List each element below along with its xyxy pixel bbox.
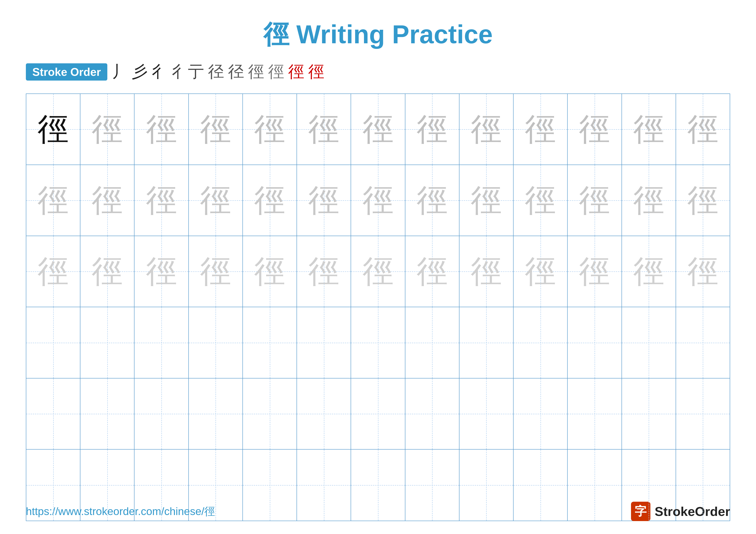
grid-cell-1-5: 徑 [297,165,351,236]
grid-cell-3-11 [622,307,676,378]
stroke-3: 彳 [152,61,168,83]
grid-cell-2-7: 徑 [405,236,459,307]
grid-cell-1-0: 徑 [26,165,80,236]
grid-cell-2-12: 徑 [676,236,730,307]
grid-cell-4-12 [676,378,730,449]
grid-cell-4-3 [189,378,243,449]
grid-cell-2-1: 徑 [80,236,134,307]
stroke-8: 徑 [268,61,284,83]
grid-cell-2-6: 徑 [351,236,405,307]
stroke-5: 径 [208,61,224,83]
grid-cell-0-12: 徑 [676,94,730,165]
grid-row-4 [26,378,730,449]
practice-grid: 徑徑徑徑徑徑徑徑徑徑徑徑徑徑徑徑徑徑徑徑徑徑徑徑徑徑徑徑徑徑徑徑徑徑徑徑徑徑徑 [26,93,730,521]
grid-row-2: 徑徑徑徑徑徑徑徑徑徑徑徑徑 [26,236,730,307]
grid-cell-3-0 [26,307,80,378]
grid-cell-4-2 [134,378,189,449]
stroke-6: 径 [228,61,244,83]
grid-row-3 [26,307,730,378]
page-container: 徑 Writing Practice Stroke Order 丿 彡 彳 彳亍… [0,0,756,534]
grid-cell-0-1: 徑 [80,94,134,165]
grid-cell-2-8: 徑 [459,236,514,307]
grid-cell-0-4: 徑 [243,94,297,165]
grid-row-0: 徑徑徑徑徑徑徑徑徑徑徑徑徑 [26,94,730,165]
grid-row-1: 徑徑徑徑徑徑徑徑徑徑徑徑徑 [26,165,730,236]
grid-cell-1-6: 徑 [351,165,405,236]
grid-cell-0-9: 徑 [514,94,568,165]
grid-cell-1-4: 徑 [243,165,297,236]
stroke-1: 丿 [112,61,128,83]
grid-cell-3-1 [80,307,134,378]
grid-cell-3-9 [514,307,568,378]
grid-cell-3-5 [297,307,351,378]
stroke-order-row: Stroke Order 丿 彡 彳 彳亍 径 径 徑 徑 徑 徑 [26,61,730,83]
grid-cell-2-0: 徑 [26,236,80,307]
grid-cell-0-2: 徑 [134,94,189,165]
grid-cell-0-8: 徑 [459,94,514,165]
grid-cell-1-11: 徑 [622,165,676,236]
grid-cell-3-6 [351,307,405,378]
grid-cell-2-5: 徑 [297,236,351,307]
stroke-9: 徑 [288,61,304,83]
grid-cell-0-11: 徑 [622,94,676,165]
footer-url[interactable]: https://www.strokeorder.com/chinese/徑 [26,504,215,519]
stroke-order-badge: Stroke Order [26,63,107,81]
grid-cell-4-6 [351,378,405,449]
grid-cell-2-2: 徑 [134,236,189,307]
grid-cell-4-0 [26,378,80,449]
grid-cell-1-8: 徑 [459,165,514,236]
stroke-7: 徑 [248,61,264,83]
grid-cell-0-10: 徑 [568,94,622,165]
grid-cell-0-0: 徑 [26,94,80,165]
grid-cell-3-12 [676,307,730,378]
grid-cell-1-7: 徑 [405,165,459,236]
stroke-sequence: 丿 彡 彳 彳亍 径 径 徑 徑 徑 徑 [112,61,324,83]
grid-cell-4-9 [514,378,568,449]
grid-cell-1-1: 徑 [80,165,134,236]
grid-cell-4-4 [243,378,297,449]
page-title: 徑 Writing Practice [263,17,493,52]
grid-cell-2-11: 徑 [622,236,676,307]
grid-cell-3-4 [243,307,297,378]
grid-cell-3-8 [459,307,514,378]
grid-cell-2-3: 徑 [189,236,243,307]
grid-cell-0-5: 徑 [297,94,351,165]
grid-cell-1-12: 徑 [676,165,730,236]
grid-cell-0-6: 徑 [351,94,405,165]
stroke-2: 彡 [132,61,148,83]
brand-icon: 字 [631,502,650,521]
title-text: 徑 Writing Practice [263,20,493,49]
stroke-4: 彳亍 [172,61,204,83]
grid-cell-1-9: 徑 [514,165,568,236]
brand-logo: 字 StrokeOrder [631,502,730,521]
grid-cell-1-10: 徑 [568,165,622,236]
grid-cell-3-2 [134,307,189,378]
grid-cell-3-10 [568,307,622,378]
grid-cell-4-10 [568,378,622,449]
grid-cell-4-7 [405,378,459,449]
grid-cell-2-10: 徑 [568,236,622,307]
grid-cell-1-2: 徑 [134,165,189,236]
grid-cell-4-1 [80,378,134,449]
grid-cell-0-7: 徑 [405,94,459,165]
grid-cell-3-7 [405,307,459,378]
grid-cell-1-3: 徑 [189,165,243,236]
brand-name: StrokeOrder [655,504,730,519]
grid-cell-4-5 [297,378,351,449]
grid-cell-0-3: 徑 [189,94,243,165]
grid-cell-4-11 [622,378,676,449]
grid-cell-4-8 [459,378,514,449]
stroke-10: 徑 [308,61,324,83]
grid-cell-3-3 [189,307,243,378]
grid-cell-2-4: 徑 [243,236,297,307]
grid-cell-2-9: 徑 [514,236,568,307]
